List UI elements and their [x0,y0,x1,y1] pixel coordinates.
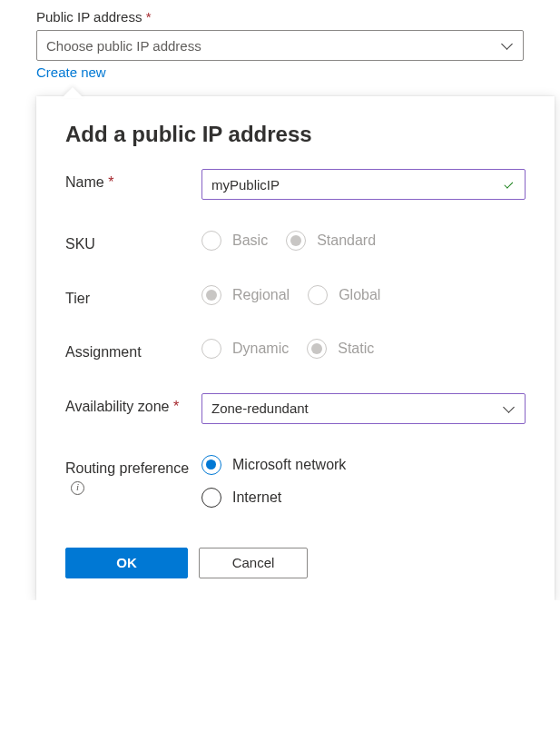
dialog-title: Add a public IP address [65,122,526,147]
assignment-dynamic-label: Dynamic [232,341,289,357]
radio-icon [201,285,221,305]
public-ip-address-label: Public IP address * [36,9,524,25]
public-ip-dropdown-value: Choose public IP address [46,38,201,54]
assignment-static-label: Static [338,341,374,357]
public-ip-address-label-text: Public IP address [36,9,142,25]
required-star-icon: * [108,174,113,190]
sku-basic-label: Basic [232,232,268,249]
routing-microsoft-label: Microsoft network [232,457,346,473]
info-icon[interactable] [71,481,84,495]
availability-zone-label: Availability zone * [65,393,201,417]
required-star-icon: * [146,9,152,25]
ok-button[interactable]: OK [65,548,188,578]
radio-icon [201,455,221,475]
routing-preference-label: Routing preference [65,460,189,476]
sku-standard-radio: Standard [286,231,376,251]
check-icon [502,177,516,192]
radio-icon [201,488,221,508]
radio-icon [307,339,327,359]
name-input[interactable] [201,169,526,200]
assignment-dynamic-radio: Dynamic [201,339,289,359]
availability-zone-dropdown[interactable]: Zone-redundant [201,393,526,424]
required-star-icon: * [173,399,179,414]
radio-icon [201,231,221,251]
routing-internet-label: Internet [232,489,281,506]
add-public-ip-callout: Add a public IP address Name * SKU [36,96,555,600]
radio-icon [286,231,306,251]
radio-icon [201,339,221,359]
routing-preference-label-wrap: Routing preference [65,455,201,498]
chevron-down-icon [503,402,516,415]
routing-internet-radio[interactable]: Internet [201,488,526,508]
radio-icon [308,285,328,305]
sku-label: SKU [65,231,201,254]
tier-global-radio: Global [308,285,380,305]
availability-zone-value: Zone-redundant [211,400,309,416]
cancel-button[interactable]: Cancel [199,548,308,578]
sku-standard-label: Standard [317,232,376,249]
create-new-link[interactable]: Create new [36,64,106,80]
assignment-label: Assignment [65,339,201,362]
tier-regional-label: Regional [232,287,290,303]
name-label: Name * [65,169,201,193]
chevron-down-icon [501,39,514,52]
tier-global-label: Global [339,287,380,303]
routing-microsoft-radio[interactable]: Microsoft network [201,455,526,475]
public-ip-address-dropdown[interactable]: Choose public IP address [36,30,524,61]
assignment-static-radio: Static [307,339,374,359]
callout-arrow [62,87,84,98]
tier-regional-radio: Regional [201,285,290,305]
tier-label: Tier [65,285,201,309]
sku-basic-radio: Basic [201,231,268,251]
